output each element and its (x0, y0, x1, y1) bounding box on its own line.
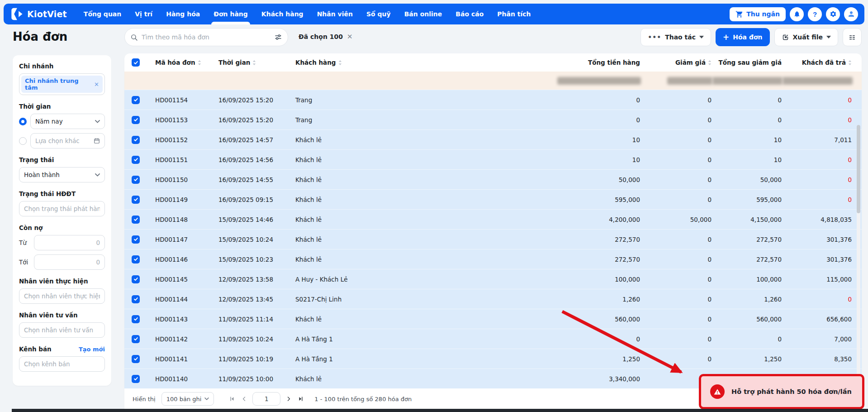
row-checkbox[interactable] (132, 196, 140, 204)
consultant-input[interactable]: Chọn nhân viên tư vấn (19, 322, 105, 338)
help-button[interactable]: ? (808, 7, 822, 21)
nav-item-đơn-hàng[interactable]: Đơn hàng (207, 4, 255, 24)
column-header[interactable]: Thời gian (215, 59, 292, 66)
column-header[interactable]: Tổng tiền hàng (539, 59, 641, 66)
invoice-code[interactable]: HD001146 (152, 256, 215, 263)
nav-item-bán-online[interactable]: Bán online (398, 4, 449, 24)
row-checkbox[interactable] (132, 156, 140, 164)
invoice-code[interactable]: HD001145 (152, 276, 215, 283)
export-button[interactable]: Xuất file (774, 28, 838, 46)
sort-icon[interactable] (338, 60, 342, 65)
column-settings-button[interactable] (843, 28, 862, 46)
row-checkbox[interactable] (132, 355, 140, 363)
kiotviet-logo[interactable]: KiotViet (10, 7, 67, 21)
nav-item-sổ-quỹ[interactable]: Sổ quỹ (360, 4, 398, 24)
page-size-select[interactable]: 100 bản ghi (161, 392, 214, 406)
branch-filter-input[interactable]: Chi nhánh trung tâm ✕ (19, 73, 105, 95)
time-preset-radio[interactable] (19, 118, 27, 125)
table-row[interactable]: HD00115416/09/2025 15:20Trang0000 (124, 90, 862, 110)
column-header[interactable]: Tổng sau giảm giá (712, 59, 783, 66)
first-page-button[interactable] (228, 395, 236, 403)
row-checkbox[interactable] (132, 255, 140, 263)
next-page-button[interactable] (285, 395, 292, 403)
table-row[interactable]: HD00115316/09/2025 15:20Trang0000 (124, 110, 862, 129)
cashier-button[interactable]: Thu ngân (730, 7, 786, 21)
row-checkbox[interactable] (132, 96, 140, 104)
nav-item-phân-tích[interactable]: Phân tích (490, 4, 537, 24)
table-row[interactable]: HD00114512/09/2025 13:58A Huy - Khách Lẻ… (124, 269, 862, 289)
sort-icon[interactable] (252, 60, 256, 65)
table-row[interactable]: HD00115016/09/2025 14:55Khách lẻ50,00005… (124, 169, 862, 189)
invoice-code[interactable]: HD001151 (152, 156, 215, 163)
vertical-scrollbar[interactable] (857, 125, 860, 387)
invoice-code[interactable]: HD001150 (152, 176, 215, 183)
table-row[interactable]: HD00114412/09/2025 13:45S0217-Chị Linh1,… (124, 289, 862, 309)
debt-from-input[interactable]: 0 (34, 235, 105, 250)
search-input[interactable] (142, 34, 270, 41)
create-channel-link[interactable]: Tạo mới (79, 346, 105, 353)
row-checkbox[interactable] (132, 216, 140, 224)
row-checkbox[interactable] (132, 235, 140, 244)
row-checkbox[interactable] (132, 116, 140, 124)
invoice-code[interactable]: HD001154 (152, 96, 215, 104)
row-checkbox[interactable] (132, 136, 140, 144)
time-custom-radio[interactable] (19, 137, 27, 145)
table-row[interactable]: HD00114211/09/2025 10:24A Hà Tầng 10007,… (124, 329, 862, 349)
column-header[interactable]: Giảm giá (641, 59, 712, 66)
notifications-button[interactable] (790, 7, 804, 21)
sort-icon[interactable] (198, 60, 201, 65)
table-row[interactable]: HD00115216/09/2025 14:57Khách lẻ100107,0… (124, 129, 862, 149)
actions-button[interactable]: ••• Thao tác (640, 28, 711, 46)
invoice-code[interactable]: HD001141 (152, 355, 215, 363)
invoice-code[interactable]: HD001152 (152, 136, 215, 144)
last-page-button[interactable] (297, 395, 305, 403)
row-checkbox[interactable] (132, 335, 140, 343)
invoice-code[interactable]: HD001149 (152, 196, 215, 203)
channel-input[interactable]: Chọn kênh bán (19, 356, 105, 372)
staff-input[interactable]: Chọn nhân viên thực hiện (19, 288, 105, 304)
time-custom-input[interactable]: Lựa chọn khác (30, 133, 105, 149)
einvoice-status-input[interactable]: Chọn trạng thái phát hành (19, 201, 105, 216)
settings-button[interactable] (826, 7, 840, 21)
prev-page-button[interactable] (241, 395, 248, 403)
scrollbar-thumb[interactable] (857, 125, 860, 213)
status-select[interactable]: Hoàn thành (19, 167, 105, 182)
nav-item-khách-hàng[interactable]: Khách hàng (255, 4, 310, 24)
time-preset-select[interactable]: Năm nay (30, 114, 105, 129)
nav-item-vị-trí[interactable]: Vị trí (128, 4, 159, 24)
sort-icon[interactable] (848, 60, 852, 65)
user-avatar[interactable] (844, 7, 858, 21)
row-checkbox[interactable] (132, 315, 140, 323)
select-all-checkbox[interactable] (132, 58, 140, 67)
table-row[interactable]: HD00114715/09/2025 10:24Khách lẻ272,5700… (124, 229, 862, 249)
table-row[interactable]: HD00115116/09/2025 14:56Khách lẻ100100 (124, 149, 862, 169)
table-row[interactable]: HD00114111/09/2025 10:19A Hà Tầng 11,250… (124, 349, 862, 369)
table-row[interactable]: HD00114615/09/2025 10:23Khách lẻ272,5700… (124, 249, 862, 269)
nav-item-hàng-hóa[interactable]: Hàng hóa (159, 4, 207, 24)
invoice-code[interactable]: HD001148 (152, 216, 215, 223)
column-header[interactable]: Khách đã trả (783, 59, 853, 66)
search-bar[interactable] (124, 28, 288, 46)
invoice-code[interactable]: HD001153 (152, 116, 215, 124)
remove-branch-icon[interactable]: ✕ (94, 81, 99, 88)
new-invoice-button[interactable]: + Hóa đơn (716, 28, 770, 46)
row-checkbox[interactable] (132, 275, 140, 283)
invoice-code[interactable]: HD001140 (152, 375, 215, 383)
sort-icon[interactable] (708, 60, 711, 65)
invoice-code[interactable]: HD001144 (152, 296, 215, 303)
column-header[interactable]: Mã hóa đơn (152, 59, 215, 66)
column-header[interactable]: Khách hàng (292, 59, 539, 66)
row-checkbox[interactable] (132, 176, 140, 184)
debt-to-input[interactable]: 0 (34, 254, 105, 270)
clear-selection-icon[interactable]: ✕ (347, 33, 353, 41)
table-row[interactable]: HD00114815/09/2025 14:46Khách lẻ4,200,00… (124, 209, 862, 229)
nav-item-nhân-viên[interactable]: Nhân viên (310, 4, 360, 24)
nav-item-tổng-quan[interactable]: Tổng quan (77, 4, 128, 24)
nav-item-báo-cáo[interactable]: Báo cáo (449, 4, 490, 24)
row-checkbox[interactable] (132, 375, 140, 383)
invoice-code[interactable]: HD001147 (152, 236, 215, 243)
current-page-input[interactable]: 1 (252, 392, 280, 406)
advanced-filter-icon[interactable] (274, 33, 282, 41)
table-row[interactable]: HD00114916/09/2025 09:15Khách lẻ595,0000… (124, 189, 862, 209)
row-checkbox[interactable] (132, 295, 140, 303)
